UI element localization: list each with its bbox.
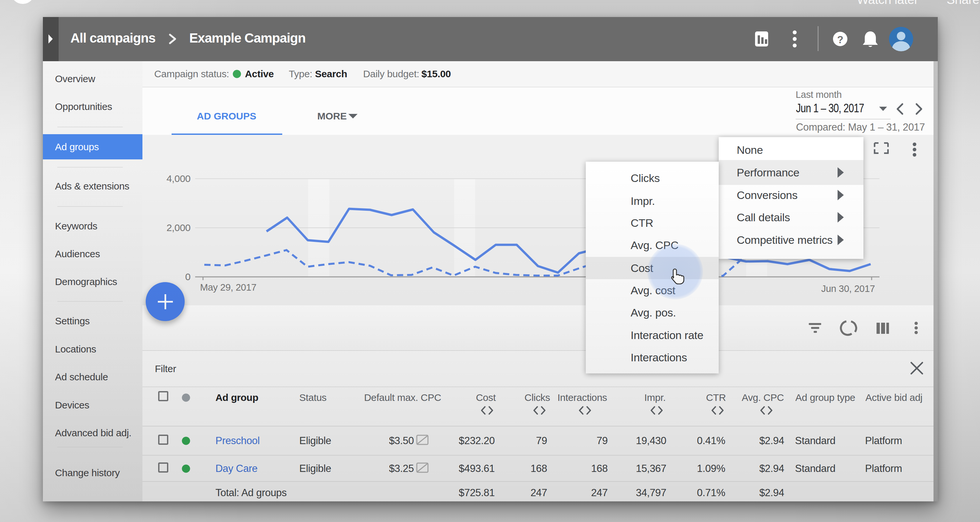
svg-text:Jun 30, 2017: Jun 30, 2017 — [821, 283, 875, 294]
svg-text:2,000: 2,000 — [166, 222, 191, 233]
svg-text:4,000: 4,000 — [166, 173, 191, 184]
svg-text:May 29, 2017: May 29, 2017 — [200, 282, 256, 293]
svg-text:0: 0 — [185, 271, 191, 282]
